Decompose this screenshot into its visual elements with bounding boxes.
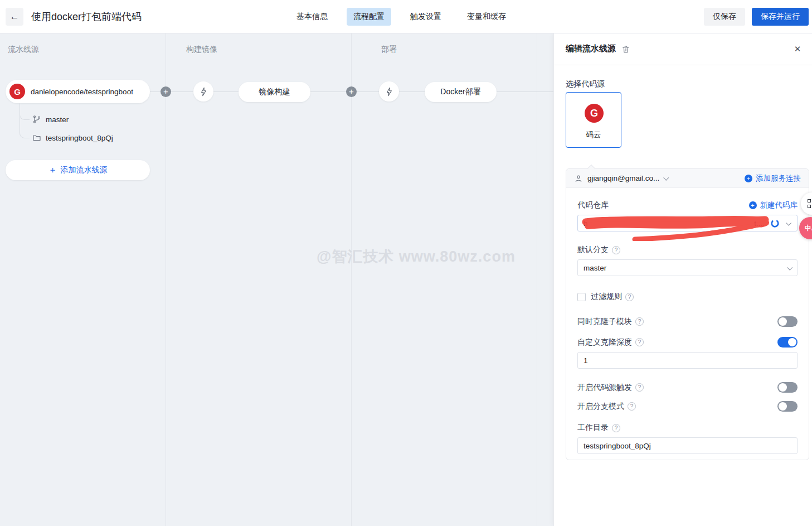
help-icon[interactable]: ? xyxy=(612,246,620,254)
add-stage-plus-icon[interactable]: + xyxy=(346,86,357,97)
column-title-source: 流水线源 xyxy=(8,45,39,55)
filter-rule-checkbox[interactable] xyxy=(577,293,586,301)
source-repo-name: danielopencode/testspringboot xyxy=(31,88,133,96)
source-config-box: gjiangqin@gmail.co... + 添加服务连接 代码仓库 + 新建… xyxy=(566,168,809,460)
clone-submodule-toggle[interactable] xyxy=(777,316,798,327)
source-config-form: 代码仓库 + 新建代码库 h t.... xyxy=(566,188,809,454)
source-trigger-label: 开启代码源触发 xyxy=(577,383,632,393)
new-repo-link[interactable]: + 新建代码库 xyxy=(749,200,798,210)
trash-icon[interactable] xyxy=(621,45,630,54)
repo-label: 代码仓库 xyxy=(577,200,609,210)
repo-url-input[interactable]: h t.... xyxy=(577,215,798,231)
save-and-run-button[interactable]: 保存并运行 xyxy=(752,8,809,26)
person-icon xyxy=(574,174,583,183)
tree-connector xyxy=(20,103,30,138)
code-source-card-gitee[interactable]: G 码云 xyxy=(566,92,621,148)
close-icon[interactable]: ✕ xyxy=(791,42,804,56)
gitee-logo-icon: G xyxy=(9,84,25,99)
help-icon[interactable]: ? xyxy=(635,383,644,392)
column-title-build: 构建镜像 xyxy=(186,45,217,55)
source-branch-label: master xyxy=(46,115,69,124)
column-divider xyxy=(166,33,166,526)
plus-circle-icon: + xyxy=(749,201,757,209)
column-divider xyxy=(537,33,537,526)
panel-header: 编辑流水线源 xyxy=(566,44,630,54)
tab-basic-info[interactable]: 基本信息 xyxy=(290,8,334,26)
help-icon[interactable]: ? xyxy=(628,402,636,411)
help-icon[interactable]: ? xyxy=(635,317,644,326)
code-source-section-label: 选择代码源 xyxy=(566,79,605,89)
new-repo-label: 新建代码库 xyxy=(760,200,798,210)
gitee-logo-icon: G xyxy=(585,104,604,123)
clone-depth-label: 自定义克隆深度 xyxy=(577,337,632,348)
stage-trigger-node[interactable] xyxy=(379,81,399,102)
plus-circle-icon: + xyxy=(745,175,752,182)
source-trigger-toggle[interactable] xyxy=(777,382,798,393)
back-button[interactable]: ← xyxy=(6,8,23,26)
chevron-down-icon xyxy=(786,220,791,225)
add-stage-plus-icon[interactable]: + xyxy=(161,86,171,97)
account-value: gjiangqin@gmail.co... xyxy=(587,174,659,182)
save-only-button[interactable]: 仅保存 xyxy=(704,8,745,26)
source-branch-row[interactable]: master xyxy=(32,115,69,124)
clone-depth-input[interactable]: 1 xyxy=(577,352,798,369)
stage-trigger-node[interactable] xyxy=(193,81,213,102)
add-pipeline-source-button[interactable]: ＋ 添加流水线源 xyxy=(6,160,150,180)
add-pipeline-source-label: 添加流水线源 xyxy=(61,165,108,175)
column-title-deploy: 部署 xyxy=(381,45,397,55)
topbar-actions: 仅保存 保存并运行 xyxy=(704,8,809,26)
watermark: @智汇技术 www.80wz.com xyxy=(317,247,516,267)
pipeline-source-card[interactable]: G danielopencode/testspringboot xyxy=(6,80,150,103)
plus-icon: ＋ xyxy=(48,165,57,176)
tab-process-config[interactable]: 流程配置 xyxy=(347,8,391,26)
add-service-connection-link[interactable]: + 添加服务连接 xyxy=(745,173,801,184)
help-icon[interactable]: ? xyxy=(612,424,620,432)
qr-code-icon xyxy=(808,199,812,208)
repo-url-start: h xyxy=(584,219,588,228)
source-workdir-row[interactable]: testspringboot_8pQj xyxy=(32,133,113,142)
loading-spinner-icon xyxy=(769,216,782,230)
filter-rule-label: 过滤规则 xyxy=(591,292,622,302)
panel-divider xyxy=(554,65,812,65)
source-workdir-label: testspringboot_8pQj xyxy=(46,134,113,142)
chevron-down-icon xyxy=(664,175,669,181)
lightning-icon xyxy=(385,87,394,96)
clone-depth-toggle[interactable] xyxy=(777,337,798,348)
default-branch-value: master xyxy=(584,264,606,272)
panel-title: 编辑流水线源 xyxy=(566,44,616,54)
workdir-input[interactable]: testspringboot_8pQj xyxy=(577,437,798,454)
edit-source-panel: 编辑流水线源 ✕ 选择代码源 G 码云 gjiangqin@gmail.co..… xyxy=(553,33,812,526)
red-scribble-annotation xyxy=(581,212,780,241)
repo-url-end: t.... xyxy=(754,219,765,228)
translate-icon: 中A xyxy=(805,224,812,233)
chevron-down-icon xyxy=(787,264,792,270)
workdir-label: 工作目录 xyxy=(577,423,609,433)
column-divider xyxy=(351,33,352,526)
tab-trigger-settings[interactable]: 触发设置 xyxy=(403,8,448,26)
code-source-name: 码云 xyxy=(566,130,621,140)
help-icon[interactable]: ? xyxy=(625,293,634,301)
stage-image-build[interactable]: 镜像构建 xyxy=(239,82,310,102)
help-icon[interactable]: ? xyxy=(635,338,644,346)
workdir-value: testspringboot_8pQj xyxy=(584,442,651,450)
branch-mode-label: 开启分支模式 xyxy=(577,402,624,412)
account-selector[interactable]: gjiangqin@gmail.co... xyxy=(574,174,668,183)
back-arrow-icon: ← xyxy=(10,11,20,22)
branch-mode-toggle[interactable] xyxy=(777,401,798,412)
folder-icon xyxy=(32,133,41,142)
default-branch-label: 默认分支 xyxy=(577,245,609,255)
topbar: ← 使用docker打包前端代码 基本信息 流程配置 触发设置 变量和缓存 仅保… xyxy=(0,0,812,33)
stage-docker-deploy[interactable]: Docker部署 xyxy=(425,82,497,102)
git-branch-icon xyxy=(32,115,41,124)
page-title: 使用docker打包前端代码 xyxy=(31,10,142,23)
add-service-connection-label: 添加服务连接 xyxy=(756,173,801,184)
tab-variables-cache[interactable]: 变量和缓存 xyxy=(460,8,513,26)
default-branch-select[interactable]: master xyxy=(577,259,798,276)
lightning-icon xyxy=(199,87,208,96)
tab-bar: 基本信息 流程配置 触发设置 变量和缓存 xyxy=(290,8,513,26)
account-header: gjiangqin@gmail.co... + 添加服务连接 xyxy=(566,169,809,188)
clone-depth-value: 1 xyxy=(584,356,588,365)
clone-submodule-label: 同时克隆子模块 xyxy=(577,317,632,327)
